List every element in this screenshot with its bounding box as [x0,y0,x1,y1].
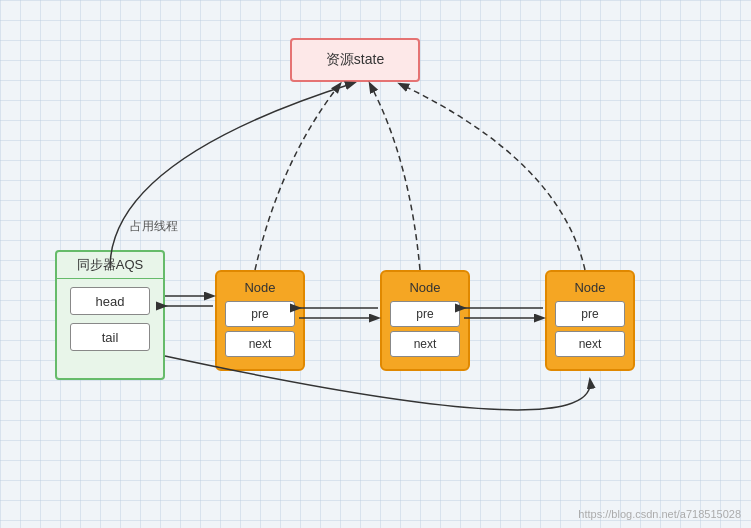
watermark: https://blog.csdn.net/a718515028 [578,508,741,520]
aqs-box: 同步器AQS head tail [55,250,165,380]
node2-next: next [390,331,460,357]
node1-next: next [225,331,295,357]
occupy-thread-label: 占用线程 [130,218,178,235]
state-box: 资源state [290,38,420,82]
node-2: Node pre next [380,270,470,371]
node-1: Node pre next [215,270,305,371]
aqs-field-tail: tail [70,323,150,351]
aqs-field-head: head [70,287,150,315]
state-label: 资源state [326,51,384,69]
node-3: Node pre next [545,270,635,371]
node3-title: Node [555,280,625,295]
node1-pre: pre [225,301,295,327]
node2-title: Node [390,280,460,295]
node3-next: next [555,331,625,357]
node3-pre: pre [555,301,625,327]
node2-pre: pre [390,301,460,327]
node1-title: Node [225,280,295,295]
diagram-canvas: 资源state 同步器AQS head tail Node pre next N… [0,0,751,528]
aqs-title: 同步器AQS [57,252,163,279]
